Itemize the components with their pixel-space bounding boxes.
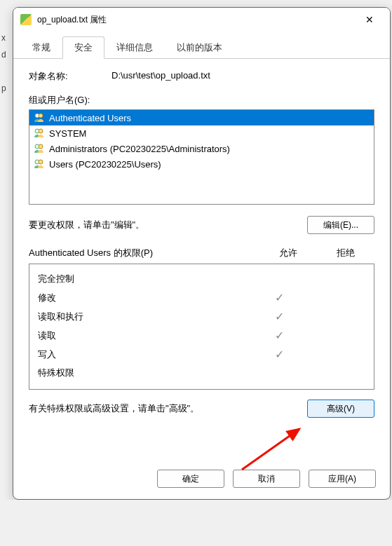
svg-point-3 [39, 129, 43, 133]
col-allow: 允许 [259, 247, 317, 259]
list-item[interactable]: Users (PC20230225\Users) [29, 156, 374, 172]
file-icon [20, 14, 32, 25]
object-name-label: 对象名称: [29, 70, 111, 83]
permissions-header: Authenticated Users 的权限(P) 允许 拒绝 [29, 247, 374, 259]
perm-name: 读取和执行 [38, 310, 250, 323]
svg-point-1 [39, 114, 43, 118]
advanced-button[interactable]: 高级(V) [307, 400, 374, 418]
list-item-label: Administrators (PC20230225\Administrator… [49, 144, 230, 154]
advanced-row: 有关特殊权限或高级设置，请单击"高级"。 高级(V) [29, 400, 374, 418]
close-button[interactable]: ✕ [353, 9, 386, 30]
cancel-button[interactable]: 取消 [233, 470, 300, 488]
perm-row: 读取和执行 ✓ [29, 307, 374, 326]
perm-allow: ✓ [250, 310, 308, 323]
users-icon [34, 143, 45, 154]
list-item[interactable]: Administrators (PC20230225\Administrator… [29, 141, 374, 156]
object-name-row: 对象名称: D:\usr\test\op_upload.txt [29, 70, 374, 83]
perm-name: 完全控制 [38, 273, 250, 285]
security-panel: 对象名称: D:\usr\test\op_upload.txt 组或用户名(G)… [13, 59, 390, 463]
col-deny: 拒绝 [317, 247, 374, 259]
advanced-hint: 有关特殊权限或高级设置，请单击"高级"。 [29, 402, 199, 415]
tab-strip: 常规 安全 详细信息 以前的版本 [13, 32, 390, 59]
ok-button[interactable]: 确定 [157, 470, 224, 488]
object-name-value: D:\usr\test\op_upload.txt [111, 70, 210, 83]
apply-button[interactable]: 应用(A) [309, 470, 376, 488]
edit-button[interactable]: 编辑(E)... [307, 216, 374, 234]
users-icon [34, 112, 45, 123]
svg-point-7 [39, 160, 43, 164]
properties-dialog: op_upload.txt 属性 ✕ 常规 安全 详细信息 以前的版本 对象名称… [13, 7, 391, 500]
list-item-label: Users (PC20230225\Users) [49, 159, 161, 170]
svg-point-5 [39, 144, 43, 149]
tab-details[interactable]: 详细信息 [104, 36, 165, 59]
perm-row: 特殊权限 [29, 364, 374, 382]
window-title: op_upload.txt 属性 [37, 14, 353, 26]
perm-allow: ✓ [250, 291, 308, 304]
users-icon [34, 128, 45, 139]
perm-row: 读取 ✓ [29, 326, 374, 345]
edit-hint: 要更改权限，请单击"编辑"。 [29, 219, 144, 231]
list-item[interactable]: SYSTEM [29, 125, 374, 141]
titlebar[interactable]: op_upload.txt 属性 ✕ [13, 8, 390, 32]
perm-name: 修改 [38, 292, 250, 304]
background-fragment: xdp [0, 0, 8, 126]
tab-general[interactable]: 常规 [20, 36, 62, 59]
perm-row: 完全控制 [29, 270, 374, 288]
perm-name: 写入 [38, 348, 250, 361]
groups-listbox[interactable]: Authenticated Users SYSTEM Administrator… [29, 109, 374, 205]
perm-allow: ✓ [250, 348, 308, 361]
groups-label: 组或用户名(G): [29, 94, 374, 107]
perm-name: 读取 [38, 329, 250, 342]
perm-allow: ✓ [250, 329, 308, 342]
users-icon [34, 158, 45, 170]
dialog-footer: 确定 取消 应用(A) [13, 463, 390, 499]
list-item-label: SYSTEM [49, 128, 86, 139]
list-item[interactable]: Authenticated Users [29, 110, 374, 125]
close-icon: ✕ [365, 14, 374, 25]
perm-row: 修改 ✓ [29, 288, 374, 307]
permissions-title: Authenticated Users 的权限(P) [29, 247, 259, 259]
list-item-label: Authenticated Users [49, 113, 131, 123]
tab-previous-versions[interactable]: 以前的版本 [165, 36, 234, 59]
permissions-list: 完全控制 修改 ✓ 读取和执行 ✓ 读取 ✓ 写入 ✓ [29, 264, 374, 390]
tab-security[interactable]: 安全 [62, 36, 104, 59]
perm-name: 特殊权限 [38, 367, 250, 379]
perm-row: 写入 ✓ [29, 345, 374, 364]
edit-permissions-row: 要更改权限，请单击"编辑"。 编辑(E)... [29, 216, 374, 234]
